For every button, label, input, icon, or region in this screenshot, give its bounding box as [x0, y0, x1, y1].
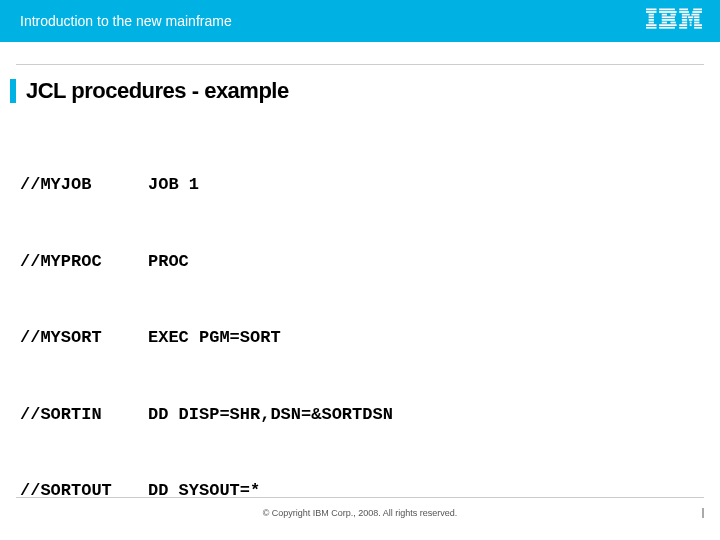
svg-rect-33: [679, 24, 687, 26]
top-divider: [16, 64, 704, 65]
svg-rect-36: [679, 27, 687, 29]
code-label: //MYJOB: [20, 172, 148, 198]
svg-rect-6: [646, 24, 657, 26]
code-row: //SORTOUTDD SYSOUT=*: [20, 478, 720, 504]
svg-rect-29: [694, 19, 699, 21]
header-bar: Introduction to the new mainframe: [0, 0, 720, 42]
svg-rect-21: [692, 11, 702, 13]
svg-rect-11: [671, 14, 676, 16]
code-label: //MYSORT: [20, 325, 148, 351]
code-row: //SORTINDD DISP=SHR,DSN=&SORTDSN: [20, 402, 720, 428]
svg-rect-18: [679, 9, 688, 11]
code-label: //SORTOUT: [20, 478, 148, 504]
jcl-code-block: //MYJOBJOB 1 //MYPROCPROC //MYSORTEXEC P…: [20, 121, 720, 540]
svg-rect-0: [646, 9, 657, 11]
svg-rect-8: [659, 9, 675, 11]
code-value: PROC: [148, 249, 189, 275]
footer-tick: [702, 508, 704, 518]
footer-divider: [16, 497, 704, 498]
svg-rect-27: [682, 19, 687, 21]
code-value: DD DISP=SHR,DSN=&SORTDSN: [148, 402, 393, 428]
code-label: //SORTIN: [20, 402, 148, 428]
svg-rect-35: [694, 24, 702, 26]
svg-rect-19: [693, 9, 702, 11]
svg-rect-28: [689, 19, 693, 21]
svg-rect-2: [649, 14, 654, 16]
code-value: EXEC PGM=SORT: [148, 325, 281, 351]
svg-rect-34: [690, 24, 692, 26]
svg-rect-14: [662, 22, 667, 24]
svg-rect-30: [682, 22, 687, 24]
svg-rect-10: [662, 14, 667, 16]
svg-rect-15: [671, 22, 676, 24]
svg-rect-7: [646, 27, 657, 29]
svg-rect-4: [649, 19, 654, 21]
svg-rect-24: [682, 16, 687, 18]
header-title: Introduction to the new mainframe: [20, 13, 232, 29]
svg-rect-23: [692, 14, 700, 16]
svg-rect-17: [659, 27, 675, 29]
slide-title: JCL procedures - example: [10, 79, 720, 103]
svg-rect-31: [690, 22, 692, 24]
footer-copyright: © Copyright IBM Corp., 2008. All rights …: [16, 508, 704, 518]
code-row: //MYPROCPROC: [20, 249, 720, 275]
ibm-logo: [646, 8, 702, 34]
svg-rect-1: [646, 11, 657, 13]
svg-rect-3: [649, 16, 654, 18]
svg-rect-25: [688, 16, 693, 18]
code-row: //MYSORTEXEC PGM=SORT: [20, 325, 720, 351]
svg-rect-9: [659, 11, 677, 13]
svg-rect-22: [682, 14, 690, 16]
svg-rect-13: [662, 19, 675, 21]
svg-rect-26: [694, 16, 699, 18]
svg-rect-32: [694, 22, 699, 24]
code-value: DD SYSOUT=*: [148, 478, 260, 504]
svg-rect-5: [649, 22, 654, 24]
code-row: //MYJOBJOB 1: [20, 172, 720, 198]
svg-rect-16: [659, 24, 677, 26]
code-value: JOB 1: [148, 172, 199, 198]
svg-rect-20: [679, 11, 689, 13]
svg-rect-37: [694, 27, 702, 29]
code-label: //MYPROC: [20, 249, 148, 275]
svg-rect-12: [662, 16, 675, 18]
